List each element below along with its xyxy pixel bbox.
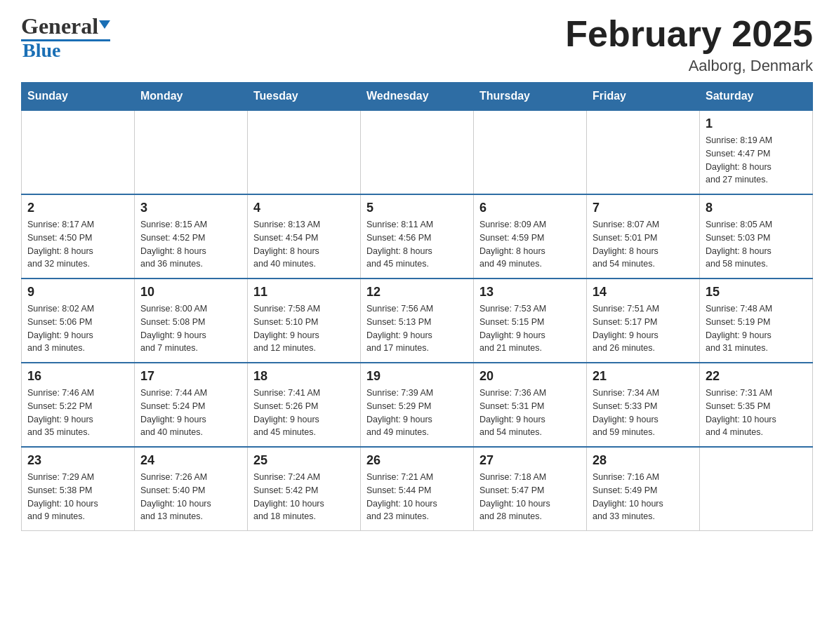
- calendar-cell: [135, 110, 248, 194]
- calendar-cell: 14Sunrise: 7:51 AM Sunset: 5:17 PM Dayli…: [587, 279, 700, 363]
- calendar-cell: 2Sunrise: 8:17 AM Sunset: 4:50 PM Daylig…: [22, 194, 135, 279]
- day-number: 24: [140, 453, 241, 468]
- day-info: Sunrise: 7:16 AM Sunset: 5:49 PM Dayligh…: [593, 471, 694, 523]
- day-info: Sunrise: 7:18 AM Sunset: 5:47 PM Dayligh…: [479, 471, 581, 523]
- calendar-cell: [248, 110, 361, 194]
- day-number: 1: [706, 116, 807, 131]
- calendar-week-row: 23Sunrise: 7:29 AM Sunset: 5:38 PM Dayli…: [22, 447, 813, 531]
- col-sunday: Sunday: [22, 83, 135, 111]
- day-number: 23: [27, 453, 128, 468]
- day-number: 27: [479, 453, 581, 468]
- day-info: Sunrise: 8:05 AM Sunset: 5:03 PM Dayligh…: [706, 218, 807, 271]
- col-saturday: Saturday: [700, 83, 813, 111]
- calendar-cell: [587, 110, 700, 194]
- day-number: 21: [593, 369, 694, 384]
- calendar-cell: 6Sunrise: 8:09 AM Sunset: 4:59 PM Daylig…: [474, 194, 587, 279]
- col-wednesday: Wednesday: [361, 83, 474, 111]
- calendar-cell: 22Sunrise: 7:31 AM Sunset: 5:35 PM Dayli…: [700, 363, 813, 447]
- day-info: Sunrise: 7:31 AM Sunset: 5:35 PM Dayligh…: [706, 387, 807, 439]
- day-number: 3: [140, 201, 241, 215]
- calendar-table: Sunday Monday Tuesday Wednesday Thursday…: [21, 82, 813, 531]
- calendar-cell: 9Sunrise: 8:02 AM Sunset: 5:06 PM Daylig…: [22, 279, 135, 363]
- logo-chevron-icon: [98, 19, 110, 32]
- day-number: 12: [366, 285, 468, 300]
- day-info: Sunrise: 7:24 AM Sunset: 5:42 PM Dayligh…: [253, 471, 355, 523]
- calendar-cell: [22, 110, 135, 194]
- title-area: February 2025 Aalborg, Denmark: [565, 14, 813, 75]
- day-info: Sunrise: 7:36 AM Sunset: 5:31 PM Dayligh…: [479, 387, 581, 439]
- day-number: 8: [706, 201, 807, 215]
- day-info: Sunrise: 8:19 AM Sunset: 4:47 PM Dayligh…: [706, 134, 807, 187]
- calendar-cell: 17Sunrise: 7:44 AM Sunset: 5:24 PM Dayli…: [135, 363, 248, 447]
- day-number: 10: [140, 285, 241, 300]
- day-number: 7: [593, 201, 694, 215]
- day-info: Sunrise: 8:11 AM Sunset: 4:56 PM Dayligh…: [366, 218, 468, 271]
- day-info: Sunrise: 8:13 AM Sunset: 4:54 PM Dayligh…: [253, 218, 355, 271]
- day-number: 16: [27, 369, 128, 384]
- calendar-cell: 7Sunrise: 8:07 AM Sunset: 5:01 PM Daylig…: [587, 194, 700, 279]
- calendar-cell: 15Sunrise: 7:48 AM Sunset: 5:19 PM Dayli…: [700, 279, 813, 363]
- calendar-cell: 24Sunrise: 7:26 AM Sunset: 5:40 PM Dayli…: [135, 447, 248, 531]
- day-info: Sunrise: 8:07 AM Sunset: 5:01 PM Dayligh…: [593, 218, 694, 271]
- col-monday: Monday: [135, 83, 248, 111]
- calendar-cell: [474, 110, 587, 194]
- col-tuesday: Tuesday: [248, 83, 361, 111]
- calendar-cell: [361, 110, 474, 194]
- day-number: 14: [593, 285, 694, 300]
- day-info: Sunrise: 7:56 AM Sunset: 5:13 PM Dayligh…: [366, 302, 468, 355]
- calendar-cell: 5Sunrise: 8:11 AM Sunset: 4:56 PM Daylig…: [361, 194, 474, 279]
- day-number: 26: [366, 453, 468, 468]
- calendar-cell: 10Sunrise: 8:00 AM Sunset: 5:08 PM Dayli…: [135, 279, 248, 363]
- calendar-cell: 23Sunrise: 7:29 AM Sunset: 5:38 PM Dayli…: [22, 447, 135, 531]
- day-info: Sunrise: 7:29 AM Sunset: 5:38 PM Dayligh…: [27, 471, 128, 523]
- day-number: 13: [479, 285, 581, 300]
- logo-general-text: General: [21, 14, 98, 39]
- day-number: 11: [253, 285, 355, 300]
- calendar-cell: 20Sunrise: 7:36 AM Sunset: 5:31 PM Dayli…: [474, 363, 587, 447]
- day-number: 25: [253, 453, 355, 468]
- calendar-cell: 12Sunrise: 7:56 AM Sunset: 5:13 PM Dayli…: [361, 279, 474, 363]
- calendar-cell: 13Sunrise: 7:53 AM Sunset: 5:15 PM Dayli…: [474, 279, 587, 363]
- day-info: Sunrise: 8:00 AM Sunset: 5:08 PM Dayligh…: [140, 302, 241, 355]
- day-number: 19: [366, 369, 468, 384]
- month-title: February 2025: [565, 14, 813, 54]
- calendar-cell: 18Sunrise: 7:41 AM Sunset: 5:26 PM Dayli…: [248, 363, 361, 447]
- day-info: Sunrise: 7:41 AM Sunset: 5:26 PM Dayligh…: [253, 387, 355, 439]
- calendar-cell: 11Sunrise: 7:58 AM Sunset: 5:10 PM Dayli…: [248, 279, 361, 363]
- day-info: Sunrise: 7:53 AM Sunset: 5:15 PM Dayligh…: [479, 302, 581, 355]
- calendar-cell: 16Sunrise: 7:46 AM Sunset: 5:22 PM Dayli…: [22, 363, 135, 447]
- location-text: Aalborg, Denmark: [565, 57, 813, 75]
- day-number: 28: [593, 453, 694, 468]
- calendar-cell: 19Sunrise: 7:39 AM Sunset: 5:29 PM Dayli…: [361, 363, 474, 447]
- day-number: 9: [27, 285, 128, 300]
- calendar-cell: 25Sunrise: 7:24 AM Sunset: 5:42 PM Dayli…: [248, 447, 361, 531]
- calendar-cell: 4Sunrise: 8:13 AM Sunset: 4:54 PM Daylig…: [248, 194, 361, 279]
- calendar-cell: 27Sunrise: 7:18 AM Sunset: 5:47 PM Dayli…: [474, 447, 587, 531]
- day-number: 22: [706, 369, 807, 384]
- day-info: Sunrise: 8:09 AM Sunset: 4:59 PM Dayligh…: [479, 218, 581, 271]
- calendar-cell: 1Sunrise: 8:19 AM Sunset: 4:47 PM Daylig…: [700, 110, 813, 194]
- calendar-header-row: Sunday Monday Tuesday Wednesday Thursday…: [22, 83, 813, 111]
- day-number: 15: [706, 285, 807, 300]
- col-thursday: Thursday: [474, 83, 587, 111]
- calendar-week-row: 16Sunrise: 7:46 AM Sunset: 5:22 PM Dayli…: [22, 363, 813, 447]
- day-info: Sunrise: 7:39 AM Sunset: 5:29 PM Dayligh…: [366, 387, 468, 439]
- day-number: 18: [253, 369, 355, 384]
- calendar-cell: 8Sunrise: 8:05 AM Sunset: 5:03 PM Daylig…: [700, 194, 813, 279]
- calendar-week-row: 1Sunrise: 8:19 AM Sunset: 4:47 PM Daylig…: [22, 110, 813, 194]
- calendar-cell: [700, 447, 813, 531]
- calendar-week-row: 2Sunrise: 8:17 AM Sunset: 4:50 PM Daylig…: [22, 194, 813, 279]
- day-info: Sunrise: 7:48 AM Sunset: 5:19 PM Dayligh…: [706, 302, 807, 355]
- day-info: Sunrise: 7:26 AM Sunset: 5:40 PM Dayligh…: [140, 471, 241, 523]
- page-header: General Blue February 2025 Aalborg, Denm…: [21, 14, 813, 75]
- day-info: Sunrise: 8:02 AM Sunset: 5:06 PM Dayligh…: [27, 302, 128, 355]
- day-number: 6: [479, 201, 581, 215]
- calendar-week-row: 9Sunrise: 8:02 AM Sunset: 5:06 PM Daylig…: [22, 279, 813, 363]
- col-friday: Friday: [587, 83, 700, 111]
- calendar-cell: 28Sunrise: 7:16 AM Sunset: 5:49 PM Dayli…: [587, 447, 700, 531]
- logo-blue-text: Blue: [21, 40, 110, 62]
- day-info: Sunrise: 7:51 AM Sunset: 5:17 PM Dayligh…: [593, 302, 694, 355]
- day-number: 2: [27, 201, 128, 215]
- calendar-cell: 21Sunrise: 7:34 AM Sunset: 5:33 PM Dayli…: [587, 363, 700, 447]
- day-info: Sunrise: 7:21 AM Sunset: 5:44 PM Dayligh…: [366, 471, 468, 523]
